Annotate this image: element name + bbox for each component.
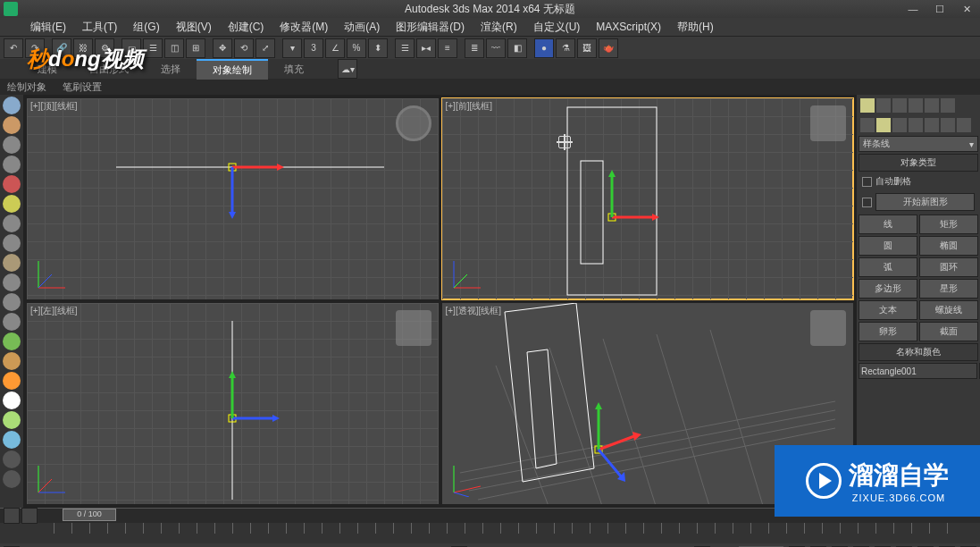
subtab-paint-objects[interactable]: 绘制对象 [7, 80, 46, 94]
viewport-perspective[interactable]: [+][透视][线框] [442, 303, 854, 504]
undo-button[interactable]: ↶ [4, 38, 23, 58]
move-button[interactable]: ✥ [213, 38, 232, 58]
helpers-icon[interactable] [925, 118, 939, 132]
lt-icon-17[interactable] [3, 411, 21, 429]
modify-tab-icon[interactable] [876, 98, 891, 113]
minimize-button[interactable]: — [900, 0, 926, 18]
ribbon-dropdown-icon[interactable]: ☁▾ [338, 59, 357, 79]
lt-icon-15[interactable] [3, 372, 21, 390]
lt-icon-11[interactable] [3, 293, 21, 311]
object-name-input[interactable] [859, 363, 977, 379]
create-tab-icon[interactable] [860, 98, 875, 113]
viewport-label[interactable]: [+][顶][线框] [30, 100, 78, 113]
tab-freeform[interactable]: 自由形式 [73, 60, 145, 79]
line-button[interactable]: 线 [859, 215, 917, 234]
egg-button[interactable]: 卵形 [859, 322, 917, 341]
snap-button[interactable]: 3 [304, 38, 323, 58]
transform-gizmo[interactable] [232, 159, 233, 170]
lt-icon-4[interactable] [3, 156, 21, 173]
viewport-label[interactable]: [+][左][线框] [30, 305, 78, 317]
viewcube-icon[interactable] [396, 105, 431, 141]
autogrid-checkbox[interactable] [862, 177, 872, 187]
donut-button[interactable]: 圆环 [919, 257, 978, 277]
lt-icon-12[interactable] [3, 313, 21, 331]
render-button[interactable]: 🫖 [599, 38, 618, 58]
select-name-button[interactable]: ☰ [143, 38, 163, 58]
select-region-button[interactable]: ◫ [164, 38, 184, 58]
ref-coord-button[interactable]: ▾ [282, 38, 302, 58]
menu-help[interactable]: 帮助(H) [670, 18, 721, 37]
window-crossing-button[interactable]: ⊞ [186, 38, 205, 58]
lt-icon-2[interactable] [3, 116, 21, 134]
named-sel-button[interactable]: ☰ [395, 38, 415, 58]
systems-icon[interactable] [957, 118, 971, 132]
arc-button[interactable]: 弧 [859, 257, 917, 277]
viewport-top[interactable]: [+][顶][线框] [27, 98, 439, 299]
viewport-label[interactable]: [+][前][线框] [446, 100, 493, 113]
time-slider-row[interactable]: 0 / 100 [0, 509, 980, 523]
tab-object-paint[interactable]: 对象绘制 [197, 59, 268, 80]
rotate-button[interactable]: ⟲ [234, 38, 254, 58]
time-ruler[interactable] [54, 523, 962, 534]
lt-icon-8[interactable] [3, 234, 21, 252]
shapes-icon[interactable] [876, 118, 891, 132]
lt-icon-6[interactable] [3, 195, 21, 213]
timeline-btn-2[interactable] [21, 508, 38, 524]
tab-selection[interactable]: 选择 [145, 60, 197, 79]
ngon-button[interactable]: 多边形 [859, 279, 917, 299]
lt-icon-5[interactable] [3, 175, 21, 193]
lt-icon-18[interactable] [3, 431, 21, 449]
maximize-button[interactable]: ☐ [926, 0, 953, 18]
lt-icon-19[interactable] [3, 450, 21, 468]
menu-maxscript[interactable]: MAXScript(X) [589, 19, 668, 35]
menu-create[interactable]: 创建(C) [221, 18, 272, 37]
lt-icon-7[interactable] [3, 215, 21, 232]
text-button[interactable]: 文本 [859, 300, 917, 320]
lt-icon-16[interactable] [3, 391, 21, 409]
viewport-label[interactable]: [+][透视][线框] [446, 305, 502, 317]
menu-graph-editors[interactable]: 图形编辑器(D) [389, 18, 472, 37]
tab-populate[interactable]: 填充 [268, 60, 320, 79]
time-slider[interactable]: 0 / 100 [63, 509, 116, 521]
angle-snap-button[interactable]: ∠ [325, 38, 345, 58]
rectangle-button[interactable]: 矩形 [919, 215, 978, 234]
transform-gizmo[interactable] [599, 442, 599, 452]
lt-icon-14[interactable] [3, 352, 21, 370]
start-new-shape-button[interactable]: 开始新图形 [875, 193, 975, 211]
spacewarps-icon[interactable] [941, 118, 955, 132]
circle-button[interactable]: 圆 [859, 236, 917, 256]
select-button[interactable]: ▭ [121, 38, 141, 58]
menu-modifiers[interactable]: 修改器(M) [272, 18, 335, 37]
align-button[interactable]: ≡ [438, 38, 457, 58]
lt-icon-3[interactable] [3, 136, 21, 154]
material-editor-button[interactable]: ● [534, 38, 554, 58]
timeline-btn-1[interactable] [4, 508, 20, 524]
viewport-front[interactable]: [+][前][线框] [442, 98, 854, 299]
category-dropdown[interactable]: 样条线 [859, 136, 978, 152]
link-button[interactable]: 🔗 [52, 38, 71, 58]
section-button[interactable]: 截面 [919, 322, 978, 341]
menu-views[interactable]: 视图(V) [169, 18, 219, 37]
lt-icon-13[interactable] [3, 332, 21, 350]
star-button[interactable]: 星形 [919, 279, 978, 299]
unlink-button[interactable]: ⛓ [73, 38, 93, 58]
layer-button[interactable]: ≣ [465, 38, 484, 58]
transform-gizmo[interactable] [232, 410, 233, 421]
geometry-icon[interactable] [860, 118, 875, 132]
ellipse-button[interactable]: 椭圆 [919, 236, 978, 256]
helix-button[interactable]: 螺旋线 [919, 300, 978, 320]
lt-icon-9[interactable] [3, 254, 21, 272]
curve-editor-button[interactable]: 〰 [486, 38, 506, 58]
display-tab-icon[interactable] [925, 98, 939, 113]
lt-expand-icon[interactable] [3, 470, 21, 488]
start-new-shape-checkbox[interactable] [862, 198, 872, 207]
schematic-button[interactable]: ◧ [507, 38, 527, 58]
subtab-brush-settings[interactable]: 笔刷设置 [63, 80, 102, 94]
lights-icon[interactable] [892, 118, 907, 132]
lt-icon-10[interactable] [3, 274, 21, 291]
redo-button[interactable]: ↷ [25, 38, 45, 58]
object-type-header[interactable]: 对象类型 [859, 154, 978, 172]
menu-animation[interactable]: 动画(A) [337, 18, 387, 37]
utilities-tab-icon[interactable] [941, 98, 955, 113]
bind-button[interactable]: ⚙ [95, 38, 114, 58]
